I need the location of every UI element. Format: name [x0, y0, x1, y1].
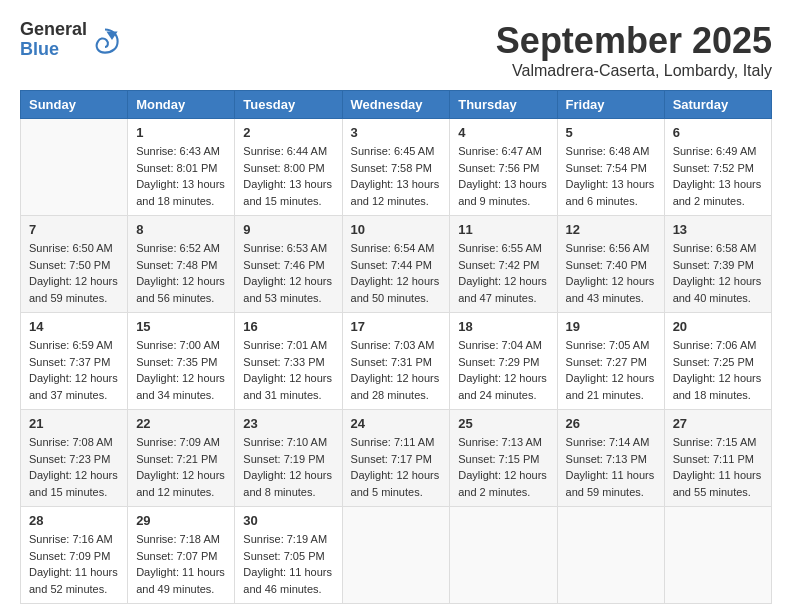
daylight-label: Daylight: 12 hours and 59 minutes. [29, 275, 118, 304]
sunset-label: Sunset: 7:35 PM [136, 356, 217, 368]
calendar-cell: 8 Sunrise: 6:52 AM Sunset: 7:48 PM Dayli… [128, 216, 235, 313]
daylight-label: Daylight: 12 hours and 24 minutes. [458, 372, 547, 401]
day-number: 15 [136, 319, 226, 334]
day-number: 29 [136, 513, 226, 528]
sunrise-label: Sunrise: 7:06 AM [673, 339, 757, 351]
calendar-cell: 6 Sunrise: 6:49 AM Sunset: 7:52 PM Dayli… [664, 119, 771, 216]
sunrise-label: Sunrise: 7:04 AM [458, 339, 542, 351]
calendar-cell: 16 Sunrise: 7:01 AM Sunset: 7:33 PM Dayl… [235, 313, 342, 410]
sunset-label: Sunset: 7:33 PM [243, 356, 324, 368]
day-number: 19 [566, 319, 656, 334]
calendar-cell [664, 507, 771, 604]
sunrise-label: Sunrise: 7:11 AM [351, 436, 435, 448]
day-number: 28 [29, 513, 119, 528]
page-header: General Blue September 2025 Valmadrera-C… [20, 20, 772, 80]
day-info: Sunrise: 7:11 AM Sunset: 7:17 PM Dayligh… [351, 434, 442, 500]
calendar-cell: 1 Sunrise: 6:43 AM Sunset: 8:01 PM Dayli… [128, 119, 235, 216]
daylight-label: Daylight: 13 hours and 15 minutes. [243, 178, 332, 207]
day-info: Sunrise: 7:16 AM Sunset: 7:09 PM Dayligh… [29, 531, 119, 597]
calendar-cell: 22 Sunrise: 7:09 AM Sunset: 7:21 PM Dayl… [128, 410, 235, 507]
sunset-label: Sunset: 7:37 PM [29, 356, 110, 368]
calendar-week-row: 7 Sunrise: 6:50 AM Sunset: 7:50 PM Dayli… [21, 216, 772, 313]
day-number: 6 [673, 125, 763, 140]
sunset-label: Sunset: 7:29 PM [458, 356, 539, 368]
sunset-label: Sunset: 7:46 PM [243, 259, 324, 271]
sunset-label: Sunset: 7:19 PM [243, 453, 324, 465]
sunrise-label: Sunrise: 7:14 AM [566, 436, 650, 448]
sunset-label: Sunset: 7:23 PM [29, 453, 110, 465]
day-info: Sunrise: 6:49 AM Sunset: 7:52 PM Dayligh… [673, 143, 763, 209]
month-title: September 2025 [496, 20, 772, 62]
day-number: 8 [136, 222, 226, 237]
sunrise-label: Sunrise: 6:50 AM [29, 242, 113, 254]
day-number: 14 [29, 319, 119, 334]
day-info: Sunrise: 6:43 AM Sunset: 8:01 PM Dayligh… [136, 143, 226, 209]
calendar-cell: 18 Sunrise: 7:04 AM Sunset: 7:29 PM Dayl… [450, 313, 557, 410]
daylight-label: Daylight: 12 hours and 28 minutes. [351, 372, 440, 401]
sunset-label: Sunset: 7:39 PM [673, 259, 754, 271]
daylight-label: Daylight: 12 hours and 12 minutes. [136, 469, 225, 498]
daylight-label: Daylight: 12 hours and 21 minutes. [566, 372, 655, 401]
logo-general: General [20, 20, 87, 40]
sunrise-label: Sunrise: 6:43 AM [136, 145, 220, 157]
day-info: Sunrise: 6:44 AM Sunset: 8:00 PM Dayligh… [243, 143, 333, 209]
day-info: Sunrise: 6:53 AM Sunset: 7:46 PM Dayligh… [243, 240, 333, 306]
daylight-label: Daylight: 11 hours and 49 minutes. [136, 566, 225, 595]
sunrise-label: Sunrise: 7:18 AM [136, 533, 220, 545]
day-info: Sunrise: 6:56 AM Sunset: 7:40 PM Dayligh… [566, 240, 656, 306]
day-number: 9 [243, 222, 333, 237]
calendar-cell: 15 Sunrise: 7:00 AM Sunset: 7:35 PM Dayl… [128, 313, 235, 410]
weekday-header: Saturday [664, 91, 771, 119]
calendar-cell: 14 Sunrise: 6:59 AM Sunset: 7:37 PM Dayl… [21, 313, 128, 410]
logo-icon [91, 26, 119, 54]
sunset-label: Sunset: 7:15 PM [458, 453, 539, 465]
sunrise-label: Sunrise: 6:48 AM [566, 145, 650, 157]
sunrise-label: Sunrise: 6:47 AM [458, 145, 542, 157]
weekday-header: Monday [128, 91, 235, 119]
calendar-cell: 23 Sunrise: 7:10 AM Sunset: 7:19 PM Dayl… [235, 410, 342, 507]
calendar-cell: 10 Sunrise: 6:54 AM Sunset: 7:44 PM Dayl… [342, 216, 450, 313]
sunset-label: Sunset: 7:09 PM [29, 550, 110, 562]
sunrise-label: Sunrise: 6:55 AM [458, 242, 542, 254]
daylight-label: Daylight: 11 hours and 46 minutes. [243, 566, 332, 595]
weekday-header: Tuesday [235, 91, 342, 119]
sunrise-label: Sunrise: 6:58 AM [673, 242, 757, 254]
sunrise-label: Sunrise: 7:10 AM [243, 436, 327, 448]
day-number: 3 [351, 125, 442, 140]
sunrise-label: Sunrise: 6:56 AM [566, 242, 650, 254]
logo-text: General Blue [20, 20, 87, 60]
sunset-label: Sunset: 7:44 PM [351, 259, 432, 271]
day-info: Sunrise: 7:18 AM Sunset: 7:07 PM Dayligh… [136, 531, 226, 597]
calendar-cell: 2 Sunrise: 6:44 AM Sunset: 8:00 PM Dayli… [235, 119, 342, 216]
calendar-cell: 7 Sunrise: 6:50 AM Sunset: 7:50 PM Dayli… [21, 216, 128, 313]
day-number: 22 [136, 416, 226, 431]
location: Valmadrera-Caserta, Lombardy, Italy [496, 62, 772, 80]
day-info: Sunrise: 6:50 AM Sunset: 7:50 PM Dayligh… [29, 240, 119, 306]
sunrise-label: Sunrise: 6:54 AM [351, 242, 435, 254]
calendar-cell: 9 Sunrise: 6:53 AM Sunset: 7:46 PM Dayli… [235, 216, 342, 313]
daylight-label: Daylight: 12 hours and 2 minutes. [458, 469, 547, 498]
daylight-label: Daylight: 12 hours and 37 minutes. [29, 372, 118, 401]
weekday-header: Thursday [450, 91, 557, 119]
calendar-week-row: 14 Sunrise: 6:59 AM Sunset: 7:37 PM Dayl… [21, 313, 772, 410]
day-info: Sunrise: 6:59 AM Sunset: 7:37 PM Dayligh… [29, 337, 119, 403]
daylight-label: Daylight: 11 hours and 52 minutes. [29, 566, 118, 595]
day-number: 26 [566, 416, 656, 431]
sunset-label: Sunset: 7:27 PM [566, 356, 647, 368]
day-number: 20 [673, 319, 763, 334]
daylight-label: Daylight: 12 hours and 56 minutes. [136, 275, 225, 304]
weekday-header: Sunday [21, 91, 128, 119]
day-number: 11 [458, 222, 548, 237]
day-info: Sunrise: 7:19 AM Sunset: 7:05 PM Dayligh… [243, 531, 333, 597]
day-info: Sunrise: 7:05 AM Sunset: 7:27 PM Dayligh… [566, 337, 656, 403]
day-number: 1 [136, 125, 226, 140]
sunset-label: Sunset: 7:48 PM [136, 259, 217, 271]
daylight-label: Daylight: 12 hours and 5 minutes. [351, 469, 440, 498]
calendar-cell: 20 Sunrise: 7:06 AM Sunset: 7:25 PM Dayl… [664, 313, 771, 410]
sunset-label: Sunset: 7:13 PM [566, 453, 647, 465]
sunset-label: Sunset: 7:11 PM [673, 453, 754, 465]
sunrise-label: Sunrise: 7:15 AM [673, 436, 757, 448]
daylight-label: Daylight: 12 hours and 18 minutes. [673, 372, 762, 401]
sunset-label: Sunset: 7:17 PM [351, 453, 432, 465]
logo: General Blue [20, 20, 119, 60]
